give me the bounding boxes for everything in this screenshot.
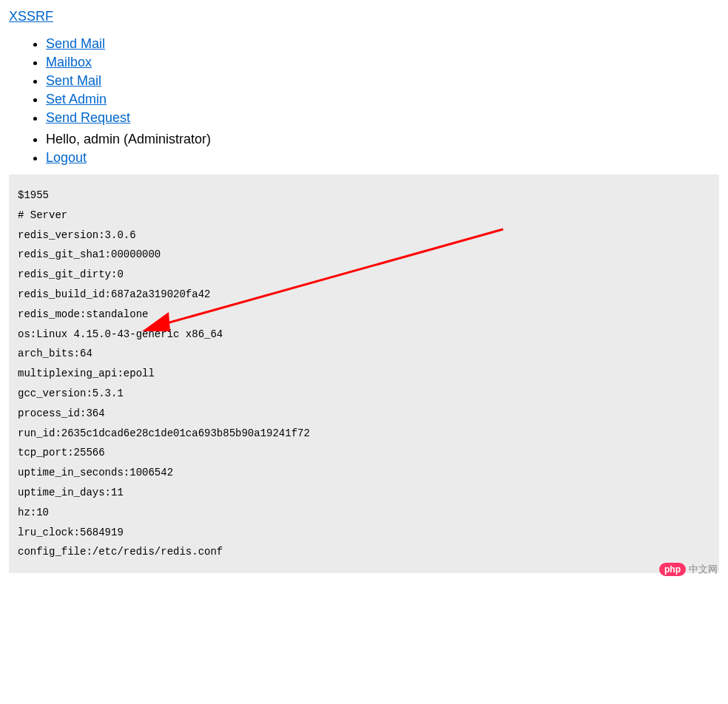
redis-line: tcp_port:25566 [18,447,710,459]
brand-link[interactable]: XSSRF [9,9,53,24]
nav-link-mailbox[interactable]: Mailbox [46,55,92,70]
redis-line: multiplexing_api:epoll [18,368,710,380]
nav-item-sent-mail: Sent Mail [46,73,719,89]
redis-line: redis_mode:standalone [18,308,710,321]
nav-link-logout[interactable]: Logout [46,150,87,165]
redis-output: $1955 # Server redis_version:3.0.6 redis… [9,175,719,573]
nav-link-send-request[interactable]: Send Request [46,110,130,125]
nav-secondary: Hello, admin (Administrator) Logout [9,132,719,166]
nav-item-send-request: Send Request [46,110,719,126]
nav-link-sent-mail[interactable]: Sent Mail [46,73,101,88]
redis-line: arch_bits:64 [18,348,710,360]
redis-line: run_id:2635c1dcad6e28c1de01ca693b85b90a1… [18,427,710,440]
redis-line: redis_git_sha1:00000000 [18,248,710,261]
redis-line: hz:10 [18,507,710,519]
greeting-text: Hello, admin (Administrator) [46,132,719,147]
nav-link-set-admin[interactable]: Set Admin [46,92,107,106]
redis-line: redis_git_dirty:0 [18,268,710,281]
php-badge: php [659,563,686,576]
nav-item-send-mail: Send Mail [46,36,719,52]
redis-line: uptime_in_days:11 [18,487,710,499]
redis-section-header: # Server [18,209,710,222]
nav-link-send-mail[interactable]: Send Mail [46,36,105,51]
redis-line: os:Linux 4.15.0-43-generic x86_64 [18,328,710,341]
nav-primary: Send Mail Mailbox Sent Mail Set Admin Se… [9,36,719,126]
redis-line: gcc_version:5.3.1 [18,387,710,400]
watermark: php 中文网 [659,563,718,576]
nav-item-logout: Logout [46,150,719,166]
redis-line: $1955 [18,189,710,202]
redis-line: lru_clock:5684919 [18,527,710,539]
watermark-text: 中文网 [689,563,718,576]
nav-item-set-admin: Set Admin [46,92,719,107]
redis-line: config_file:/etc/redis/redis.conf [18,546,710,558]
redis-line: process_id:364 [18,407,710,420]
nav-item-mailbox: Mailbox [46,55,719,70]
greeting-label: Hello, admin (Administrator) [46,132,211,146]
redis-line: redis_version:3.0.6 [18,229,710,242]
redis-line: uptime_in_seconds:1006542 [18,467,710,479]
redis-line: redis_build_id:687a2a319020fa42 [18,288,710,301]
